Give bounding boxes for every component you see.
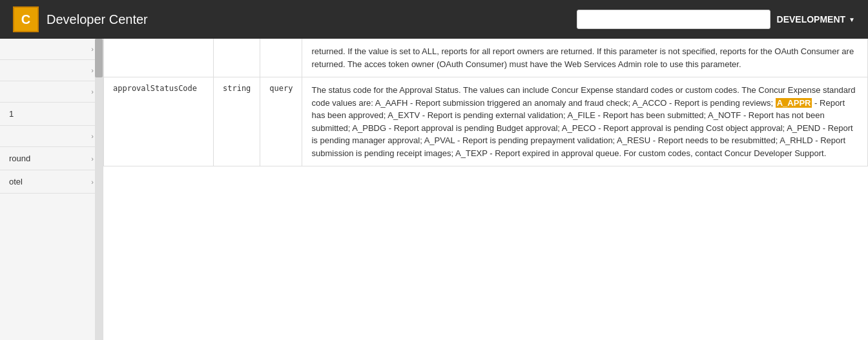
header-title: Developer Center	[46, 12, 148, 27]
logo: C	[13, 6, 39, 32]
param-type-cell	[214, 39, 260, 77]
scrollbar-track	[95, 39, 103, 340]
chevron-icon-otel: ›	[91, 178, 94, 186]
sidebar-label-otel: otel	[9, 177, 23, 186]
sidebar-item-2[interactable]: ›	[0, 60, 103, 81]
table-row: approvalStatusCode string query The stat…	[104, 77, 868, 166]
logo-letter: C	[21, 12, 30, 27]
param-desc-approval: The status code for the Approval Status.…	[302, 77, 868, 166]
highlight-text: A_APPR	[776, 98, 812, 108]
header: C Developer Center DEVELOPMENT	[0, 0, 868, 39]
sidebar-label-4: 1	[9, 109, 14, 119]
sidebar-item-otel[interactable]: otel ›	[0, 170, 103, 194]
param-location-approval: query	[260, 77, 302, 166]
chevron-icon-1: ›	[91, 45, 94, 53]
param-name-cell	[104, 39, 214, 77]
content-area: returned. If the value is set to ALL, re…	[103, 39, 868, 340]
param-location-text: query	[269, 84, 293, 93]
chevron-icon-5: ›	[91, 132, 94, 140]
sidebar-item-3[interactable]: ›	[0, 81, 103, 103]
sidebar-item-1[interactable]: ›	[0, 39, 103, 60]
chevron-icon-round: ›	[91, 155, 94, 163]
header-right: DEVELOPMENT	[577, 10, 855, 29]
param-name-text: approvalStatusCode	[113, 84, 197, 93]
chevron-icon-2: ›	[91, 66, 94, 74]
search-input[interactable]	[577, 10, 770, 29]
sidebar: › › › 1 › round › otel ›	[0, 39, 103, 340]
chevron-icon-3: ›	[91, 88, 94, 95]
desc-text-1: returned. If the value is set to ALL, re…	[311, 46, 854, 69]
environment-dropdown[interactable]: DEVELOPMENT	[777, 14, 855, 25]
main-layout: › › › 1 › round › otel ›	[0, 39, 868, 340]
param-location-cell	[260, 39, 302, 77]
sidebar-item-5[interactable]: ›	[0, 126, 103, 147]
sidebar-item-round[interactable]: round ›	[0, 147, 103, 170]
param-type-approval: string	[214, 77, 260, 166]
table-row: returned. If the value is set to ALL, re…	[104, 39, 868, 77]
sidebar-label-round: round	[9, 154, 30, 163]
header-left: C Developer Center	[13, 6, 148, 32]
param-type-text: string	[223, 84, 251, 93]
sidebar-item-4[interactable]: 1	[0, 103, 103, 126]
scrollbar-thumb[interactable]	[95, 39, 103, 77]
params-table: returned. If the value is set to ALL, re…	[103, 39, 868, 166]
param-name-approval: approvalStatusCode	[104, 77, 214, 166]
desc-before-highlight: The status code for the Approval Status.…	[311, 85, 855, 108]
param-desc-cell: returned. If the value is set to ALL, re…	[302, 39, 868, 77]
